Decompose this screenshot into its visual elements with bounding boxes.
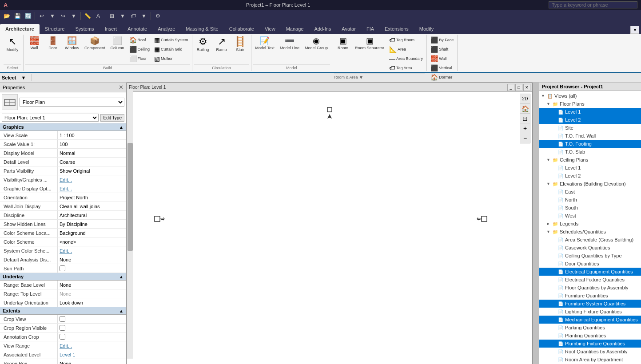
pb-tree-item[interactable]: 📄Parking Quantities	[539, 324, 641, 332]
modify-btn[interactable]: ↖ Modify	[4, 36, 21, 53]
by-face-btn[interactable]: ⬛ By Face	[429, 36, 455, 44]
floor-btn[interactable]: ⬜ Floor	[127, 54, 152, 63]
pb-tree-item[interactable]: ▼📁Schedules/Quantities	[539, 228, 641, 236]
railing-btn[interactable]: ⚙ Railing	[194, 36, 212, 53]
type-dropdown[interactable]: Floor Plan	[20, 98, 124, 107]
qa-save-btn[interactable]: 💾	[12, 11, 22, 21]
zoom-2d-btn[interactable]: 2D	[520, 94, 530, 104]
pb-tree-item[interactable]: 📄East	[539, 188, 641, 196]
pb-tree-item[interactable]: 📄Level 2	[539, 116, 641, 124]
tab-view[interactable]: View	[259, 24, 281, 34]
stair-btn[interactable]: 🪜 Stair	[231, 36, 249, 53]
model-text-btn[interactable]: 📝 Model Text	[253, 36, 277, 51]
pb-tree-item[interactable]: 📄Mechanical Equipment Quantities	[539, 316, 641, 324]
area-btn[interactable]: 📐 Area	[387, 45, 425, 54]
crop-view-checkbox[interactable]	[60, 316, 65, 322]
tab-architecture[interactable]: Architecture	[0, 24, 40, 34]
scroll-track[interactable]	[127, 89, 133, 359]
pb-tree-item[interactable]: 📄Site	[539, 124, 641, 132]
room-btn[interactable]: ▣ Room	[334, 36, 352, 51]
tag-room-btn[interactable]: 🏷 Tag Room	[387, 36, 425, 44]
crop-region-checkbox[interactable]	[60, 325, 65, 331]
qa-settings-btn[interactable]: ⚙	[153, 11, 163, 21]
edit-type-btn[interactable]: Edit Type	[100, 114, 124, 122]
model-group-btn[interactable]: ◉ Model Group	[303, 36, 330, 51]
pb-tree-item[interactable]: 📄Door Quantities	[539, 260, 641, 268]
wall-opening-btn[interactable]: 🧱 Wall	[429, 54, 455, 63]
tab-collaborate[interactable]: Collaborate	[224, 24, 259, 34]
tab-extensions[interactable]: Extensions	[379, 24, 414, 34]
pb-tree-item[interactable]: 📄Room Area by Department	[539, 356, 641, 364]
vertical-btn[interactable]: ⬛ Vertical	[429, 63, 455, 72]
scroll-thumb[interactable]	[127, 143, 133, 251]
ribbon-expand-btn[interactable]: ▾	[630, 26, 639, 34]
wall-btn[interactable]: 🧱 Wall	[25, 36, 43, 51]
qa-text-btn[interactable]: A	[93, 11, 103, 21]
dormer-btn[interactable]: 🏠 Dormer	[429, 73, 455, 82]
qa-redo-btn[interactable]: ↪	[58, 11, 68, 21]
roof-btn[interactable]: 🏠 Roof	[127, 36, 152, 44]
pb-tree-item[interactable]: 📄Furniture Quantities	[539, 292, 641, 300]
annotation-crop-checkbox[interactable]	[60, 334, 65, 340]
underlay-section-header[interactable]: Underlay ▲	[0, 273, 126, 281]
properties-close-btn[interactable]: ✕	[119, 84, 123, 91]
pb-tree-item[interactable]: 📄Level 1	[539, 108, 641, 116]
pb-tree-item[interactable]: 📄Lighting Fixture Quantities	[539, 308, 641, 316]
pb-tree-item[interactable]: 📄Electrical Equipment Quantities	[539, 268, 641, 276]
tab-avatar[interactable]: Avatar	[336, 24, 361, 34]
zoom-fit-btn[interactable]: ⊡	[520, 114, 530, 123]
qa-snap-drop[interactable]: ▼	[118, 11, 127, 21]
tag-area-btn[interactable]: 🏷 Tag Area	[387, 63, 425, 72]
view-dropdown[interactable]: Floor Plan: Level 1	[2, 114, 99, 122]
zoom-in-btn[interactable]: +	[520, 123, 530, 133]
graphics-section-header[interactable]: Graphics ▲	[0, 123, 126, 131]
zoom-out-btn[interactable]: −	[520, 133, 530, 143]
pb-tree-item[interactable]: 📄Ceiling Quantities by Type	[539, 252, 641, 260]
tab-massing[interactable]: Massing & Site	[180, 24, 223, 34]
pb-tree-item[interactable]: 📄Level 1	[539, 164, 641, 172]
pb-tree-item[interactable]: ▼📁Ceiling Plans	[539, 156, 641, 164]
qa-tag-btn[interactable]: 🏷	[128, 11, 138, 21]
qa-undo-drop[interactable]: ▼	[48, 11, 57, 21]
viewport-maximize-btn[interactable]: □	[515, 84, 522, 91]
pb-tree-item[interactable]: 📄Level 2	[539, 172, 641, 180]
pb-tree-item[interactable]: ▼📋Views (all)	[539, 92, 641, 100]
tab-addins[interactable]: Add-Ins	[309, 24, 336, 34]
viewport-close-btn[interactable]: ✕	[523, 84, 530, 91]
curtain-grid-btn[interactable]: ▦ Curtain Grid	[152, 45, 190, 54]
pb-tree-item[interactable]: 📄Roof Quantities by Assembly	[539, 348, 641, 356]
pb-tree-item[interactable]: 📄West	[539, 212, 641, 220]
pb-tree-item[interactable]: 📄Planting Quantities	[539, 332, 641, 340]
qa-tag-drop[interactable]: ▼	[139, 11, 149, 21]
area-boundary-btn[interactable]: — Area Boundary	[387, 54, 425, 63]
extents-section-header[interactable]: Extents ▲	[0, 307, 126, 315]
mullion-btn[interactable]: ▧ Mullion	[152, 54, 190, 63]
viewport-minimize-btn[interactable]: _	[507, 84, 514, 91]
tab-analyze[interactable]: Analyze	[152, 24, 180, 34]
qa-redo-drop[interactable]: ▼	[69, 11, 79, 21]
tab-modify[interactable]: Modify	[414, 24, 439, 34]
ramp-btn[interactable]: ↗ Ramp	[213, 36, 231, 53]
pb-tree-item[interactable]: 📄North	[539, 196, 641, 204]
tab-insert[interactable]: Insert	[100, 24, 123, 34]
pb-tree-item[interactable]: 📄Plumbing Fixture Quantities	[539, 340, 641, 348]
pb-tree-item[interactable]: 📄T.O. Slab	[539, 148, 641, 156]
pb-tree-item[interactable]: ▼📁Floor Plans	[539, 100, 641, 108]
tab-annotate[interactable]: Annotate	[122, 24, 152, 34]
qa-measure-btn[interactable]: 📏	[83, 11, 92, 21]
pb-tree-item[interactable]: ►📁Legends	[539, 220, 641, 228]
qa-sync-btn[interactable]: 🔄	[23, 11, 33, 21]
window-btn[interactable]: 🪟 Window	[63, 36, 81, 51]
zoom-house-btn[interactable]: 🏠	[520, 104, 530, 114]
pb-tree-item[interactable]: 📄Floor Quantities by Assembly	[539, 284, 641, 292]
search-input[interactable]	[549, 1, 637, 8]
pb-tree-item[interactable]: 📄South	[539, 204, 641, 212]
qa-undo-btn[interactable]: ↩	[37, 11, 47, 21]
tab-manage[interactable]: Manage	[281, 24, 309, 34]
room-separator-btn[interactable]: ▣ Room Separator	[353, 36, 386, 51]
pb-tree-item[interactable]: 📄T.O. Footing	[539, 140, 641, 148]
sun-path-checkbox[interactable]	[60, 265, 65, 271]
pb-tree-item[interactable]: ▼📁Elevations (Building Elevation)	[539, 180, 641, 188]
pb-tree-item[interactable]: 📄T.O. Fnd. Wall	[539, 132, 641, 140]
shaft-btn[interactable]: ⬛ Shaft	[429, 45, 455, 54]
